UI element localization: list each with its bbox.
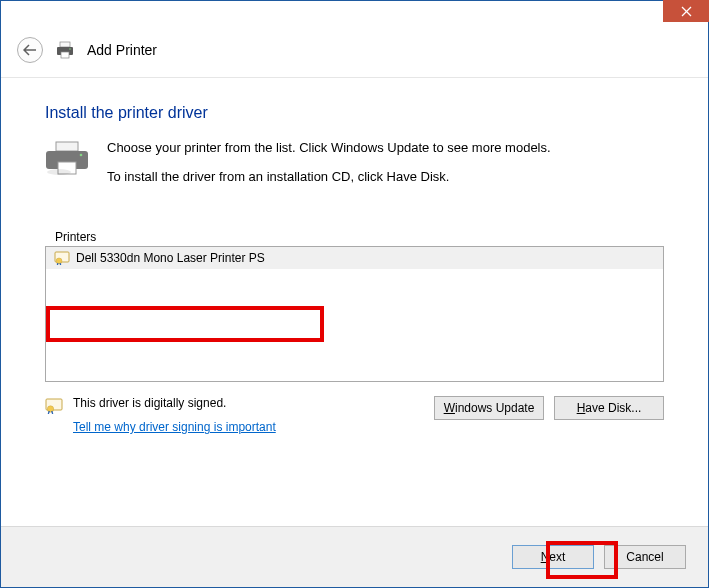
- big-printer-icon: [45, 140, 89, 198]
- svg-point-5: [69, 48, 71, 50]
- dialog-window: Add Printer Install the printer driver C…: [0, 0, 709, 588]
- info-row: Choose your printer from the list. Click…: [45, 140, 664, 198]
- content-area: Install the printer driver Choose your p…: [1, 78, 708, 526]
- info-line-1: Choose your printer from the list. Click…: [107, 140, 551, 155]
- certificate-icon: [54, 251, 70, 265]
- svg-rect-4: [61, 52, 69, 58]
- close-icon: [681, 6, 692, 17]
- svg-point-13: [47, 406, 53, 412]
- signing-row: This driver is digitally signed. Tell me…: [45, 396, 664, 434]
- back-button[interactable]: [17, 37, 43, 63]
- signing-help-link[interactable]: Tell me why driver signing is important: [73, 420, 276, 434]
- printer-name: Dell 5330dn Mono Laser Printer PS: [76, 251, 265, 265]
- section-heading: Install the printer driver: [45, 104, 664, 122]
- svg-rect-2: [60, 42, 70, 47]
- windows-update-button[interactable]: Windows Update: [434, 396, 544, 420]
- close-button[interactable]: [663, 0, 709, 22]
- svg-rect-6: [56, 142, 78, 151]
- svg-point-8: [80, 154, 83, 157]
- cancel-button[interactable]: Cancel: [604, 545, 686, 569]
- back-arrow-icon: [23, 44, 37, 56]
- certificate-icon: [45, 396, 63, 414]
- printers-listbox[interactable]: Dell 5330dn Mono Laser Printer PS: [45, 246, 664, 382]
- printers-group: Printers Dell 5330dn Mono Laser Printer …: [45, 246, 664, 382]
- wizard-header: Add Printer: [1, 29, 708, 78]
- printer-icon: [55, 41, 75, 59]
- have-disk-button[interactable]: Have Disk...: [554, 396, 664, 420]
- titlebar: [1, 1, 708, 29]
- info-text: Choose your printer from the list. Click…: [107, 140, 551, 198]
- svg-point-9: [47, 169, 71, 175]
- printer-list-item[interactable]: Dell 5330dn Mono Laser Printer PS: [46, 247, 663, 269]
- info-line-2: To install the driver from an installati…: [107, 169, 551, 184]
- signing-status: This driver is digitally signed.: [73, 396, 424, 410]
- svg-point-11: [56, 258, 62, 264]
- footer: Next Cancel: [1, 526, 708, 587]
- wizard-title: Add Printer: [87, 42, 157, 58]
- printers-label: Printers: [55, 230, 96, 244]
- next-button[interactable]: Next: [512, 545, 594, 569]
